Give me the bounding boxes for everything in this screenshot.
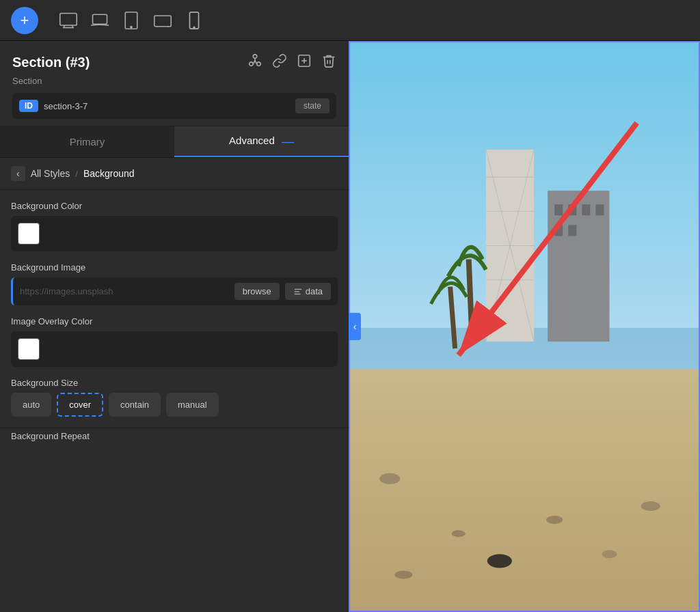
- svg-point-46: [452, 530, 466, 537]
- panel-subtitle: Section: [12, 76, 336, 86]
- section-divider: [0, 428, 349, 428]
- device-switcher: [59, 11, 204, 30]
- panel-header: Section (#3): [0, 41, 349, 126]
- overlay-color-swatch[interactable]: [18, 338, 40, 360]
- svg-rect-39: [554, 225, 563, 236]
- id-row: ID section-3-7 state: [12, 93, 336, 119]
- bg-size-label: Background Size: [11, 378, 338, 388]
- breadcrumb-background: Background: [83, 168, 135, 179]
- collapse-handle[interactable]: ‹: [349, 313, 361, 340]
- tablet-icon[interactable]: [122, 11, 141, 30]
- plus-icon: +: [21, 12, 29, 29]
- svg-point-15: [257, 62, 261, 66]
- svg-rect-35: [554, 204, 563, 215]
- bg-image-url[interactable]: https://images.unsplash: [20, 286, 229, 296]
- breadcrumb-back-button[interactable]: ‹: [11, 166, 25, 181]
- main-area: Section (#3): [0, 41, 700, 612]
- panel-title: Section (#3): [12, 55, 90, 70]
- breadcrumb-separator: /: [75, 169, 78, 179]
- beach-scene: ‹: [349, 41, 700, 612]
- svg-rect-38: [595, 204, 604, 215]
- svg-point-44: [546, 516, 563, 524]
- size-manual-button[interactable]: manual: [166, 393, 219, 417]
- svg-point-14: [250, 62, 254, 66]
- id-badge: ID: [19, 100, 38, 112]
- tab-advanced-label: Advanced: [229, 135, 275, 146]
- top-toolbar: +: [0, 0, 700, 41]
- mobile-icon[interactable]: [185, 11, 204, 30]
- svg-point-47: [602, 550, 617, 558]
- beach-illustration: [349, 41, 700, 612]
- bg-image-input-row: https://images.unsplash browse data: [11, 277, 338, 305]
- size-auto-button[interactable]: auto: [11, 393, 51, 417]
- panel-actions: [247, 53, 336, 72]
- id-value: section-3-7: [44, 101, 290, 111]
- svg-rect-7: [154, 16, 172, 27]
- state-button[interactable]: state: [295, 98, 329, 113]
- svg-rect-37: [582, 204, 590, 215]
- svg-point-11: [193, 27, 195, 28]
- overlay-color-row: [11, 331, 338, 367]
- size-contain-button[interactable]: contain: [109, 393, 161, 417]
- svg-rect-0: [60, 13, 77, 25]
- laptop-icon[interactable]: [90, 11, 109, 30]
- add-section-icon[interactable]: [297, 53, 312, 72]
- tab-active-indicator: —: [282, 135, 294, 148]
- svg-point-6: [131, 26, 132, 27]
- right-canvas: ‹: [349, 41, 700, 612]
- left-panel: Section (#3): [0, 41, 349, 612]
- svg-rect-36: [568, 204, 576, 215]
- tabs-row: Primary Advanced —: [0, 126, 349, 158]
- collapse-arrow-icon: ‹: [353, 321, 357, 332]
- link-icon[interactable]: [272, 53, 287, 72]
- breadcrumb-all-styles[interactable]: All Styles: [31, 168, 70, 179]
- svg-point-48: [394, 570, 412, 579]
- data-icon: [293, 287, 303, 296]
- overlay-color-section: Image Overlay Color: [11, 316, 338, 367]
- bg-image-section: Background Image https://images.unsplash…: [11, 262, 338, 305]
- desktop-icon[interactable]: [59, 11, 78, 30]
- add-button[interactable]: +: [11, 7, 38, 34]
- bg-color-row: [11, 216, 338, 251]
- overlay-color-label: Image Overlay Color: [11, 316, 338, 326]
- svg-rect-10: [189, 12, 198, 28]
- size-cover-button[interactable]: cover: [57, 393, 103, 417]
- svg-line-41: [469, 260, 472, 342]
- breadcrumb: ‹ All Styles / Background: [0, 158, 349, 190]
- bg-color-section: Background Color: [11, 201, 338, 251]
- bg-color-label: Background Color: [11, 201, 338, 211]
- tab-advanced[interactable]: Advanced —: [174, 126, 349, 157]
- bg-repeat-label: Background Repeat: [11, 431, 338, 441]
- bottom-section: Background Repeat: [0, 431, 349, 457]
- browse-button[interactable]: browse: [234, 283, 280, 300]
- data-btn-label: data: [306, 286, 323, 296]
- svg-point-45: [641, 501, 660, 511]
- panel-content: Background Color Background Image https:…: [0, 190, 349, 428]
- svg-point-43: [379, 473, 400, 484]
- svg-rect-4: [93, 14, 107, 24]
- size-buttons-group: auto cover contain manual: [11, 393, 338, 417]
- bg-image-label: Background Image: [11, 262, 338, 273]
- hierarchy-icon[interactable]: [247, 53, 262, 72]
- frame-icon[interactable]: [153, 11, 172, 30]
- svg-point-12: [253, 55, 257, 59]
- bg-size-section: Background Size auto cover contain manua…: [11, 378, 338, 417]
- svg-line-17: [255, 61, 257, 64]
- tab-primary[interactable]: Primary: [0, 126, 174, 157]
- bg-color-swatch[interactable]: [18, 223, 40, 245]
- svg-point-49: [487, 554, 512, 568]
- data-button[interactable]: data: [285, 283, 331, 300]
- delete-icon[interactable]: [321, 53, 336, 72]
- svg-rect-40: [568, 225, 576, 236]
